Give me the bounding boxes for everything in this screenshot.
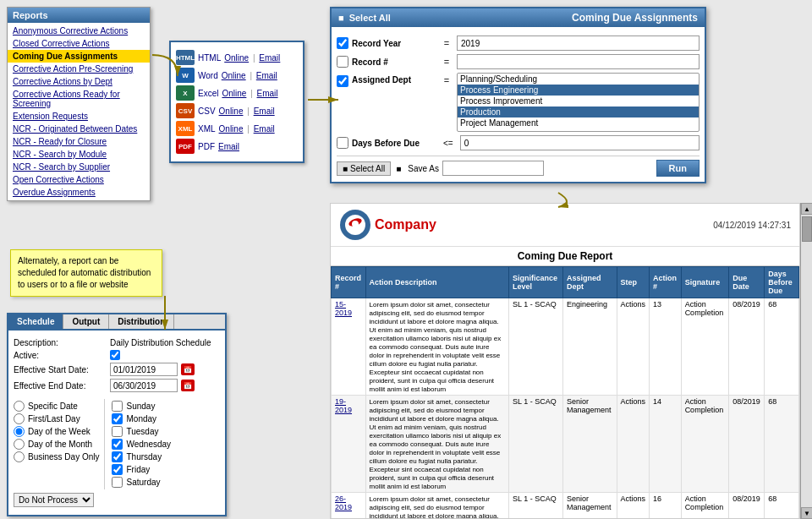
run-button[interactable]: Run [656,160,700,177]
reports-list-item[interactable]: Overdue Assignments [8,186,150,199]
scroll-thumb[interactable] [802,216,812,242]
reports-list-item[interactable]: Closed Corrective Actions [8,37,150,50]
schedule-radio[interactable] [14,401,25,412]
days-before-checkbox[interactable] [337,137,348,149]
schedule-radio[interactable] [14,426,25,437]
dept: Senior Management [567,397,612,414]
xml-email-link[interactable]: Email [254,124,275,134]
html-email-link[interactable]: Email [259,53,280,63]
reports-list-item[interactable]: Corrective Action Pre-Screening [8,63,150,75]
reports-list-item[interactable]: Anonymous Corrective Actions [8,25,150,37]
step: Actions [621,300,646,309]
due-date: 08/2019 [732,494,760,503]
schedule-tab-schedule[interactable]: Schedule [8,314,63,329]
dept-select[interactable]: Planning/SchedulingProcess EngineeringPr… [457,73,700,132]
day-checkbox-monday[interactable] [112,413,123,424]
scroll-down-arrow[interactable]: ▼ [801,507,812,519]
checkbox-select-all-title[interactable]: ■ [338,13,344,23]
company-logo: Company [339,209,436,241]
reports-list-item[interactable]: NCR - Originated Between Dates [8,123,150,135]
day-checkbox-sunday[interactable] [112,401,123,412]
excel-email-link[interactable]: Email [257,89,278,98]
scroll-up-arrow[interactable]: ▲ [801,203,812,215]
do-not-process-select[interactable]: Do Not Process [14,493,94,507]
day-checkbox-thursday[interactable] [112,451,123,462]
schedule-radio-row: Day of the Week [14,426,99,437]
reports-list-item[interactable]: Corrective Actions by Dept [8,75,150,88]
record-year-checkbox[interactable] [337,37,348,49]
dept-option[interactable]: Process Engineering [458,85,699,96]
record-link[interactable]: 19-2019 [335,397,352,414]
sig-level: SL 1 - SCAQ [513,397,557,406]
schedule-radio[interactable] [14,439,25,450]
schedule-radio-label: Day of the Month [28,440,92,449]
table-header: Step [617,267,650,298]
xml-online-link[interactable]: Online [219,124,244,134]
reports-list-item[interactable]: NCR - Search by Supplier [8,161,150,173]
csv-online-link[interactable]: Online [219,107,244,116]
bottom-select-all-btn[interactable]: ■ Select All [337,161,391,176]
end-date-input[interactable] [110,379,178,392]
dept: Engineering [567,300,607,309]
csv-email-link[interactable]: Email [254,107,275,116]
record-year-input[interactable] [457,36,700,51]
step: Actions [621,494,646,503]
word-email-link[interactable]: Email [256,71,277,80]
format-row-word: W Word Online | Email [176,68,298,83]
days-before-input[interactable] [460,135,700,150]
day-checkbox-saturday[interactable] [112,477,123,488]
dept-option[interactable]: Planning/Scheduling [458,74,699,85]
dept-option[interactable]: Process Improvement [458,96,699,107]
day-checkbox-wednesday[interactable] [112,439,123,450]
schedule-tab-distribution[interactable]: Distribution [109,314,174,329]
table-header: Days Before Due [765,267,799,298]
table-header: Record # [332,267,366,298]
record-link[interactable]: 15-2019 [335,300,352,317]
xml-label: XML [198,124,216,134]
day-label: Friday [126,465,150,474]
action-desc: Lorem ipsum dolor sit amet, consectetur … [370,495,502,519]
schedule-radio-row: Specific Date [14,401,99,412]
csv-icon: CSV [176,103,195,118]
day-row: Saturday [112,477,171,488]
dept-option[interactable]: Project Management [458,117,699,128]
scrollbar[interactable]: ▲ ▼ [800,203,812,519]
assigned-dept-checkbox[interactable] [337,75,348,87]
day-checkbox-friday[interactable] [112,464,123,475]
schedule-radio-row: Day of the Month [14,439,99,450]
signature: Action Completion [685,494,724,511]
save-as-input[interactable] [442,161,544,176]
record-num-input[interactable] [457,54,700,69]
record-num-checkbox[interactable] [337,56,348,68]
days-before: 68 [768,397,776,406]
schedule-radio-row: Business Day Only [14,451,99,462]
table-header: Due Date [729,267,765,298]
schedule-radio-label: Business Day Only [28,452,99,462]
reports-list-item[interactable]: Extension Requests [8,110,150,123]
reports-list-item[interactable]: Coming Due Assignments [8,50,150,63]
excel-online-link[interactable]: Online [222,89,246,98]
day-row: Wednesday [112,439,171,450]
signature: Action Completion [685,300,724,317]
dept-option[interactable]: Production [458,107,699,117]
day-row: Sunday [112,401,171,412]
schedule-tab-output[interactable]: Output [63,314,109,329]
pdf-icon: PDF [176,139,195,154]
action-num: 14 [653,397,661,406]
record-link[interactable]: 26-2019 [335,494,352,511]
html-online-link[interactable]: Online [224,53,249,63]
word-online-link[interactable]: Online [222,71,246,80]
schedule-radio[interactable] [14,413,25,424]
html-icon: HTML [176,50,195,65]
reports-list-item[interactable]: Corrective Actions Ready for Screening [8,88,150,110]
end-date-calendar-icon[interactable]: 📅 [181,380,195,391]
day-checkbox-tuesday[interactable] [112,426,123,437]
schedule-radio[interactable] [14,451,25,462]
reports-list-item[interactable]: NCR - Ready for Closure [8,135,150,148]
active-checkbox[interactable] [110,350,120,360]
start-date-input[interactable] [110,363,178,376]
reports-list-item[interactable]: Open Corrective Actions [8,173,150,186]
pdf-email-link[interactable]: Email [218,142,239,151]
start-date-calendar-icon[interactable]: 📅 [181,363,195,375]
reports-list-item[interactable]: NCR - Search by Module [8,148,150,161]
